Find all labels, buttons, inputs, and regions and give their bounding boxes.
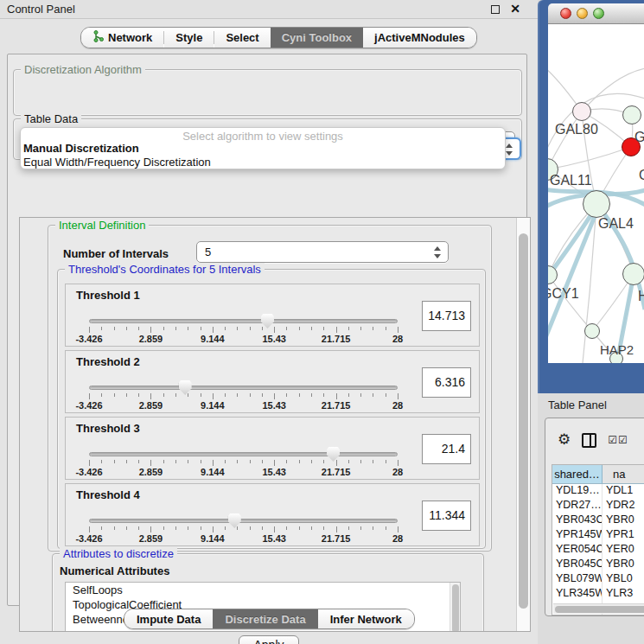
GAL80-node[interactable] xyxy=(572,102,591,121)
slider-track[interactable] xyxy=(89,452,398,456)
cell-shared-name: YPR145W xyxy=(552,528,603,543)
cell-name: YBR0 xyxy=(603,558,644,572)
tick-mark xyxy=(201,327,201,330)
tab-cyni-toolbox[interactable]: Cyni Toolbox xyxy=(271,28,363,48)
threshold-value-field[interactable]: 14.713 xyxy=(422,301,471,331)
tick-mark xyxy=(299,327,300,330)
table-row[interactable]: YER054CYER0 xyxy=(552,543,644,558)
GAL4-node[interactable] xyxy=(583,190,610,218)
tick-label: 9.144 xyxy=(201,400,225,411)
tick-mark xyxy=(360,460,361,463)
tick-label: 15.43 xyxy=(262,533,286,544)
tick-label: -3.426 xyxy=(75,334,102,344)
gear-icon[interactable]: ⚙ xyxy=(558,432,571,448)
threshold-slider[interactable]: -3.4262.8599.14415.4321.71528 xyxy=(89,314,398,345)
threshold-value-field[interactable]: 11.344 xyxy=(422,501,471,531)
threshold-slider[interactable]: -3.4262.8599.14415.4321.71528 xyxy=(89,380,398,411)
cell-shared-name: YBR043C xyxy=(552,513,603,528)
tick-mark xyxy=(101,460,102,463)
tick-mark xyxy=(311,526,312,530)
tick-mark xyxy=(188,393,188,397)
tick-mark xyxy=(286,393,287,397)
cyni-toolbox-panel: Discretization Algorithm Table Data galF… xyxy=(7,54,527,606)
settings-vertical-scrollbar[interactable] xyxy=(516,218,530,631)
tick-mark xyxy=(373,460,373,463)
tick-mark xyxy=(89,327,90,333)
threshold-value-field[interactable]: 6.316 xyxy=(422,367,471,398)
table-panel-toolbar: ⚙ ☑☑ xyxy=(551,430,628,450)
tick-mark xyxy=(299,393,300,397)
partial-node-right[interactable] xyxy=(622,105,641,124)
table-row[interactable]: YPR145WYPR1 xyxy=(552,528,644,543)
settings-scrollbar-thumb[interactable] xyxy=(519,233,528,609)
tick-mark xyxy=(262,393,263,397)
float-window-icon[interactable] xyxy=(491,5,500,14)
minimize-traffic-light-icon[interactable] xyxy=(577,8,588,19)
zoom-traffic-light-icon[interactable] xyxy=(593,8,604,19)
tick-mark xyxy=(175,460,176,463)
threshold-slider[interactable]: -3.4262.8599.14415.4321.71528 xyxy=(89,513,398,545)
slider-track[interactable] xyxy=(89,386,398,390)
tick-mark xyxy=(138,393,139,397)
tick-label: 28 xyxy=(392,334,403,344)
HAP2-node[interactable] xyxy=(584,323,600,339)
algorithm-dropdown-popup: Select algorithm to view settings Manual… xyxy=(20,127,506,169)
threshold-value-field[interactable]: 21.4 xyxy=(422,434,471,464)
number-of-intervals-label: Number of Intervals xyxy=(63,247,169,260)
tick-mark xyxy=(150,526,151,532)
algorithm-group-title: Discretization Algorithm xyxy=(21,63,145,76)
H-node[interactable] xyxy=(622,263,644,285)
table-row[interactable]: YBR045CYBR0 xyxy=(552,558,644,572)
apply-button[interactable]: Apply xyxy=(239,635,299,644)
table-row[interactable]: YBR043CYBR0 xyxy=(552,513,644,528)
tick-label: 2.859 xyxy=(139,400,163,411)
column-header-shared[interactable]: shared… xyxy=(552,465,603,483)
tab-select[interactable]: Select xyxy=(214,28,270,48)
tick-mark xyxy=(213,393,214,399)
table-row[interactable]: YBL079WYBL0 xyxy=(552,572,644,587)
number-of-intervals-combobox[interactable]: 5 xyxy=(196,241,449,263)
column-header-name[interactable]: na xyxy=(603,465,644,483)
close-traffic-light-icon[interactable] xyxy=(560,8,571,19)
network-window-titlebar[interactable] xyxy=(548,3,644,24)
threshold-slider[interactable]: -3.4262.8599.14415.4321.71528 xyxy=(89,447,398,478)
table-row[interactable]: YDL19…YDL1 xyxy=(552,484,644,499)
tick-label: 15.43 xyxy=(262,400,286,411)
tab-infer-network[interactable]: Infer Network xyxy=(318,609,414,628)
close-icon[interactable]: ✕ xyxy=(510,2,520,16)
checkbox-icons[interactable]: ☑☑ xyxy=(608,434,628,446)
attributes-scrollbar[interactable] xyxy=(450,583,460,632)
table-row[interactable]: YLR345WYLR3 xyxy=(552,587,644,602)
tick-mark xyxy=(373,526,373,530)
window-title: Control Panel xyxy=(7,3,75,16)
tick-mark xyxy=(311,327,312,330)
tab-jactivemnodules[interactable]: jActiveMNodules xyxy=(363,28,476,48)
tab-impute-data[interactable]: Impute Data xyxy=(124,609,213,628)
tick-mark xyxy=(250,526,251,530)
network-canvas[interactable]: GAL80GACGAL11GAL4GCY1HHAP2 xyxy=(548,24,644,363)
cell-name: YBL0 xyxy=(603,572,644,587)
tab-discretize-data[interactable]: Discretize Data xyxy=(213,609,317,628)
slider-track[interactable] xyxy=(89,319,398,323)
table-horizontal-scrollbar[interactable] xyxy=(553,603,644,614)
algorithm-group: Discretization Algorithm xyxy=(13,69,522,116)
attributes-scrollbar-thumb[interactable] xyxy=(452,584,459,632)
tick-mark xyxy=(163,393,164,397)
attribute-list-item[interactable]: SelfLoops xyxy=(66,583,460,597)
tick-label: 28 xyxy=(392,533,403,544)
dropdown-option[interactable]: Manual Discretization xyxy=(21,142,505,156)
tab-label: Style xyxy=(175,31,202,44)
table-row[interactable]: YDR27…YDR2 xyxy=(552,499,644,513)
dropdown-option[interactable]: Equal Width/Frequency Discretization xyxy=(21,156,505,169)
slider-track[interactable] xyxy=(89,519,398,523)
tick-mark xyxy=(336,526,337,532)
table-scrollbar-thumb[interactable] xyxy=(555,606,644,613)
tab-style[interactable]: Style xyxy=(164,28,214,48)
tick-mark xyxy=(286,327,287,330)
cell-shared-name: YBL079W xyxy=(552,572,603,587)
tick-mark xyxy=(286,460,287,463)
tick-mark xyxy=(323,460,324,463)
node-label: GCY1 xyxy=(548,286,579,302)
columns-icon[interactable] xyxy=(582,433,596,448)
tab-network[interactable]: Network xyxy=(81,28,163,48)
